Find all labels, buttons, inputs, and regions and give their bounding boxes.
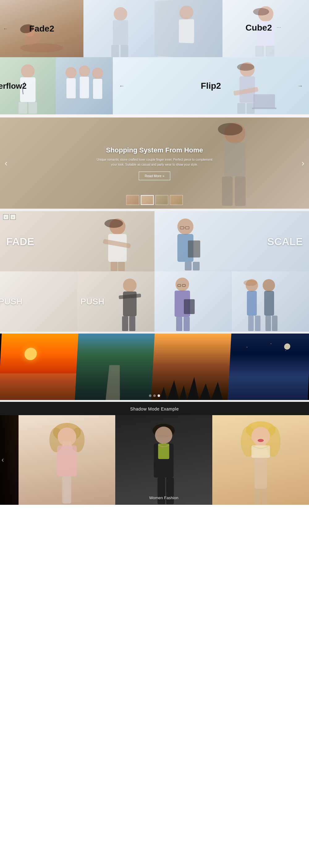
svg-point-67 — [262, 279, 275, 291]
scale-man-svg — [154, 211, 229, 271]
svg-rect-69 — [248, 316, 254, 331]
hero-arrow-left[interactable]: ‹ — [5, 158, 7, 168]
push-label-2: PUSH — [80, 297, 104, 307]
flip2-panel: ← Flip2 → — [113, 57, 309, 114]
push-women-svg — [233, 271, 289, 332]
fashion-figure4 — [212, 415, 309, 505]
flip2-arrow-right[interactable]: → — [297, 83, 303, 89]
fade2-panel: ← Fade2 — [0, 0, 84, 57]
flip2-label: Flip2 — [201, 81, 221, 91]
star1 — [246, 347, 247, 347]
fashion-blonde-svg — [212, 415, 309, 505]
moon-shape — [284, 343, 290, 350]
svg-rect-51 — [193, 262, 199, 271]
fade-next[interactable]: › — [10, 214, 16, 220]
svg-point-82 — [58, 428, 76, 446]
shadow-nav-left[interactable]: ‹ — [2, 456, 4, 464]
push-figure1 — [105, 271, 154, 332]
shadow-panel-4 — [212, 415, 309, 505]
cube2-panel: Cube2 ... — [84, 0, 309, 57]
push-label-1: PUSH — [0, 297, 23, 307]
fade-prev[interactable]: ‹ — [3, 214, 9, 220]
fashion-figure2 — [19, 415, 115, 505]
svg-point-15 — [21, 64, 35, 78]
svg-rect-56 — [129, 316, 135, 331]
hero-arrow-right[interactable]: › — [302, 158, 304, 168]
doctors-svg — [56, 57, 113, 114]
svg-rect-35 — [224, 143, 246, 177]
svg-rect-100 — [262, 489, 267, 504]
svg-rect-5 — [113, 20, 128, 45]
fashion-woman2-svg — [19, 415, 115, 505]
hero-thumb-4[interactable] — [170, 195, 183, 205]
doctors-figure — [56, 57, 113, 114]
hero-thumb-3[interactable] — [155, 195, 168, 205]
fade-figure — [80, 211, 154, 271]
svg-rect-7 — [121, 45, 128, 57]
hero-thumb-2[interactable] — [141, 195, 154, 205]
shadow-panel-3: Women Fashion — [115, 415, 212, 505]
svg-rect-99 — [255, 489, 260, 504]
svg-point-21 — [79, 65, 90, 77]
water-reflection — [0, 373, 79, 400]
svg-rect-37 — [235, 177, 246, 206]
svg-point-19 — [65, 67, 76, 78]
landscape-panel-1 — [0, 334, 81, 400]
fade-label: FADE — [6, 235, 34, 247]
svg-point-23 — [92, 68, 103, 79]
svg-point-39 — [104, 219, 123, 228]
push-man-svg — [105, 271, 154, 332]
road-shape — [105, 365, 120, 400]
svg-point-11 — [253, 8, 269, 16]
row2: erflow2 — [0, 57, 309, 114]
push-panel-center2 — [154, 271, 232, 332]
svg-point-96 — [257, 439, 264, 442]
flip2-arrow-left[interactable]: ← — [119, 83, 125, 89]
svg-rect-29 — [237, 103, 245, 114]
fashion-dark-svg — [115, 415, 212, 505]
shadow-title: Shadow Mode Example — [0, 406, 309, 411]
landscape-dots — [149, 395, 160, 397]
cube2-label: Cube2 — [245, 23, 272, 33]
svg-rect-62 — [176, 317, 182, 331]
dot-3[interactable] — [158, 395, 160, 397]
dot-1[interactable] — [149, 395, 151, 397]
svg-rect-97 — [251, 445, 270, 458]
svg-rect-42 — [111, 262, 117, 271]
woman-svg1 — [99, 2, 142, 57]
star3 — [285, 350, 286, 351]
hero-read-more-button[interactable]: Read More » — [139, 172, 170, 180]
svg-rect-13 — [255, 46, 264, 57]
svg-rect-36 — [222, 177, 233, 206]
svg-point-65 — [244, 280, 257, 286]
scale-figure — [154, 211, 229, 271]
svg-rect-72 — [272, 316, 277, 331]
svg-rect-90 — [158, 477, 165, 504]
shadow-images-row: ‹ — [0, 415, 309, 505]
svg-marker-74 — [167, 380, 180, 400]
svg-rect-66 — [247, 291, 257, 316]
hero-thumbnails — [126, 195, 183, 205]
svg-point-26 — [237, 63, 254, 71]
svg-point-4 — [114, 7, 127, 21]
svg-rect-49 — [188, 241, 200, 257]
push-panel-right — [232, 271, 309, 332]
svg-point-34 — [218, 123, 243, 135]
trees-silhouette — [151, 367, 233, 400]
cube2-dots: ... — [277, 23, 281, 29]
svg-rect-61 — [184, 299, 195, 314]
svg-rect-91 — [166, 477, 174, 504]
svg-point-95 — [251, 427, 270, 445]
fade2-arrow-left[interactable]: ← — [3, 26, 8, 32]
scale-label: SCALE — [267, 235, 303, 247]
svg-marker-73 — [159, 387, 168, 400]
ocean-shape — [228, 377, 308, 400]
sun-shape — [24, 348, 37, 360]
svg-rect-71 — [266, 316, 271, 331]
dot-2[interactable] — [153, 395, 156, 397]
demos-top-section: ← Fade2 — [0, 0, 309, 114]
hero-thumb-1[interactable] — [126, 195, 140, 205]
cube2-face1 — [84, 0, 158, 57]
svg-rect-55 — [122, 316, 128, 331]
svg-rect-6 — [111, 45, 119, 57]
